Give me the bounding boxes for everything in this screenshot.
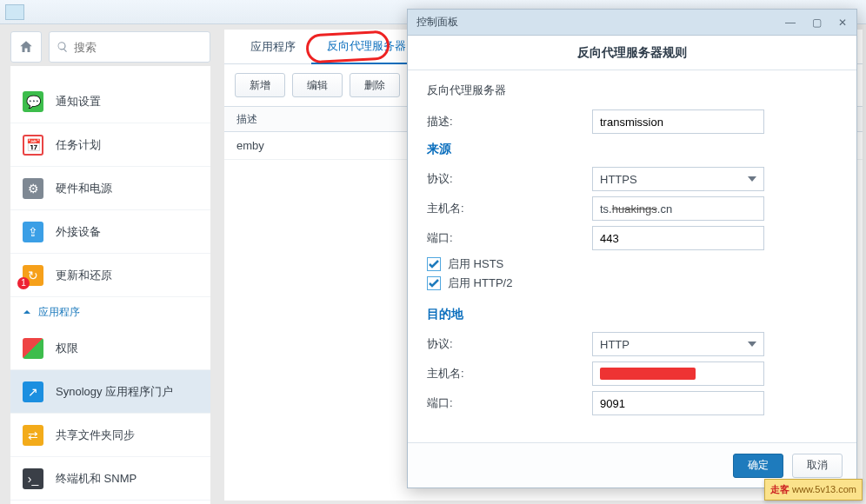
desc-input[interactable] [592, 109, 764, 134]
search-box[interactable] [49, 31, 210, 63]
sidebar: 💬 通知设置 📅 任务计划 ⚙ 硬件和电源 ⇪ 外接设备 ↻ 1 更新和还原 应… [10, 66, 210, 504]
chip-icon: ⚙ [23, 178, 43, 199]
sidebar-item-label: 外接设备 [56, 224, 101, 240]
desc-label: 描述: [427, 114, 592, 129]
hsts-checkbox[interactable]: 启用 HSTS [427, 256, 837, 272]
dst-host-input[interactable] [592, 361, 764, 386]
calendar-icon: 📅 [23, 135, 43, 156]
dialog-subtitle: 反向代理服务器 [427, 83, 837, 98]
dst-port-label: 端口: [427, 395, 592, 411]
column-desc: 描述 [236, 112, 257, 127]
maximize-icon[interactable]: ▢ [811, 17, 822, 28]
watermark: 走客 www.5v13.com [764, 479, 863, 501]
hsts-label: 启用 HSTS [448, 256, 503, 272]
dst-host-label: 主机名: [427, 366, 592, 381]
sidebar-group-apps[interactable]: 应用程序 [10, 297, 210, 327]
src-protocol-label: 协议: [427, 171, 592, 187]
http2-checkbox[interactable]: 启用 HTTP/2 [427, 275, 837, 291]
sidebar-item-label: 通知设置 [56, 94, 101, 109]
search-input[interactable] [74, 41, 203, 54]
sidebar-item-hardware[interactable]: ⚙ 硬件和电源 [10, 167, 210, 210]
cell-desc: emby [236, 139, 264, 152]
dialog-window-bar[interactable]: 控制面板 — ▢ ✕ [408, 10, 856, 36]
app-icon [5, 4, 24, 20]
sidebar-item-update[interactable]: ↻ 1 更新和还原 [10, 254, 210, 297]
home-button[interactable] [10, 31, 42, 63]
sidebar-item-privilege[interactable]: 权限 [10, 327, 210, 370]
http2-label: 启用 HTTP/2 [448, 275, 512, 291]
dest-section-title: 目的地 [427, 307, 837, 322]
sidebar-item-sync[interactable]: ⇄ 共享文件夹同步 [10, 414, 210, 457]
src-host-input[interactable]: ts.huakings.cn [592, 196, 764, 221]
bell-icon: 💬 [23, 91, 43, 112]
minimize-icon[interactable]: — [785, 17, 796, 28]
chevron-down-icon [748, 342, 756, 347]
add-button[interactable]: 新增 [235, 73, 285, 97]
checkbox-icon [427, 257, 441, 271]
tab-apps[interactable]: 应用程序 [235, 30, 311, 64]
sidebar-item-app-portal[interactable]: ↗ Synology 应用程序门户 [10, 370, 210, 414]
sync-icon: ⇄ [23, 425, 43, 446]
close-icon[interactable]: ✕ [837, 17, 848, 28]
dialog-window-title: 控制面板 [416, 15, 458, 30]
cancel-button[interactable]: 取消 [792, 454, 843, 478]
src-port-input[interactable] [592, 226, 764, 250]
home-icon [18, 39, 34, 55]
sidebar-item-label: 任务计划 [56, 137, 101, 153]
sidebar-group-label: 应用程序 [38, 305, 80, 320]
src-host-label: 主机名: [427, 201, 592, 216]
delete-button[interactable]: 删除 [350, 73, 400, 97]
sidebar-item-external[interactable]: ⇪ 外接设备 [10, 210, 210, 254]
reverse-proxy-dialog: 控制面板 — ▢ ✕ 反向代理服务器规则 反向代理服务器 描述: 来源 协议: … [407, 9, 857, 488]
sidebar-item-terminal[interactable]: ›_ 终端机和 SNMP [10, 457, 210, 501]
dst-port-input[interactable] [592, 391, 764, 415]
sidebar-item-label: Synology 应用程序门户 [56, 384, 173, 400]
dialog-body: 反向代理服务器 描述: 来源 协议: HTTPS 主机名: ts.huaking… [408, 70, 856, 442]
src-protocol-select[interactable]: HTTPS [592, 167, 764, 191]
src-port-label: 端口: [427, 230, 592, 246]
tab-reverse-proxy[interactable]: 反向代理服务器 [311, 30, 422, 64]
sidebar-item-label: 共享文件夹同步 [56, 428, 135, 443]
refresh-icon: ↻ 1 [23, 265, 43, 286]
terminal-icon: ›_ [23, 468, 43, 489]
sidebar-item-label: 权限 [56, 341, 78, 356]
chevron-up-icon [23, 308, 31, 316]
update-badge: 1 [17, 277, 30, 289]
sidebar-item-notify[interactable]: 💬 通知设置 [10, 80, 210, 123]
portal-icon: ↗ [23, 381, 43, 402]
dialog-title: 反向代理服务器规则 [408, 36, 856, 70]
sidebar-item-label: 终端机和 SNMP [56, 471, 137, 487]
toolbar [10, 30, 210, 64]
edit-button[interactable]: 编辑 [292, 73, 343, 97]
dst-protocol-select[interactable]: HTTP [592, 332, 764, 356]
ok-button[interactable]: 确定 [733, 454, 783, 478]
source-section-title: 来源 [427, 142, 837, 157]
usb-icon: ⇪ [23, 222, 43, 242]
redacted-text [600, 368, 696, 380]
chevron-down-icon [748, 176, 756, 182]
watermark-url: www.5v13.com [792, 484, 856, 494]
dst-protocol-value: HTTP [600, 338, 630, 351]
privilege-icon [23, 338, 43, 359]
sidebar-item-label: 硬件和电源 [56, 181, 112, 196]
checkbox-icon [427, 276, 441, 290]
watermark-brand: 走客 [770, 484, 789, 494]
sidebar-item-task[interactable]: 📅 任务计划 [10, 123, 210, 167]
src-protocol-value: HTTPS [600, 173, 637, 186]
dst-protocol-label: 协议: [427, 336, 592, 352]
search-icon [57, 40, 69, 54]
sidebar-item-label: 更新和还原 [56, 268, 112, 283]
